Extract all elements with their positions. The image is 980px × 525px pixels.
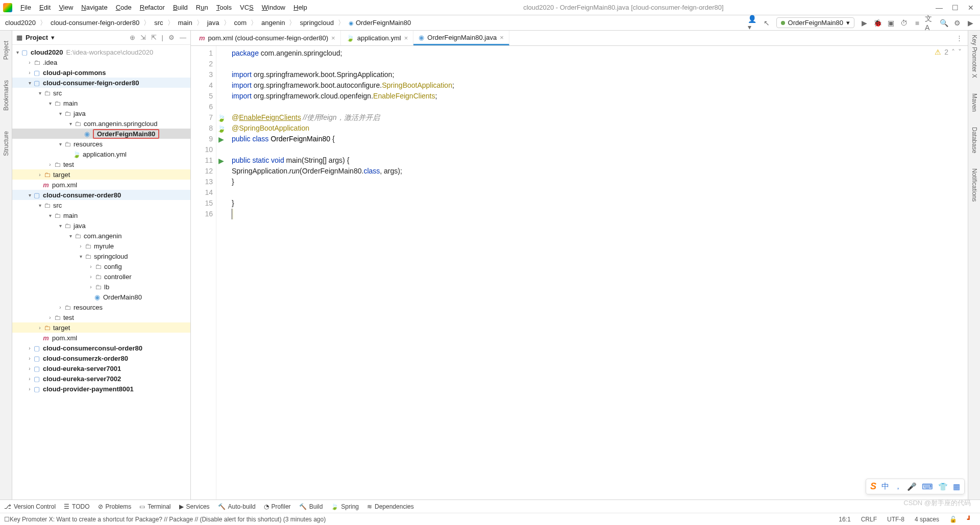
minimize-button[interactable]: — [936,4,943,12]
project-tree[interactable]: ▾▢cloud2020E:\idea-workspace\cloud2020 ›… [12,45,190,499]
tw-services[interactable]: ▶ Services [179,503,210,510]
collapse-icon[interactable]: ⇱ [151,34,157,41]
debug-button[interactable]: 🐞 [872,17,883,29]
tw-todo[interactable]: ☰ TODO [64,503,89,510]
menu-navigate[interactable]: Navigate [77,4,111,11]
ime-lang[interactable]: 中 [881,482,889,491]
crumb[interactable]: src [152,18,165,28]
bookmarks-tool-tab[interactable]: Bookmarks [3,80,10,111]
search-icon[interactable]: 🔍 [938,17,949,29]
status-icon[interactable]: ☐ [4,516,10,523]
caret-position[interactable]: 16:1 [834,516,855,523]
crumb[interactable]: cloud2020 [3,18,38,28]
ime-grid-icon[interactable]: ▦ [953,482,960,491]
crumb[interactable]: springcloud [298,18,336,28]
menu-tools[interactable]: Tools [212,4,236,11]
tw-profiler[interactable]: ◔ Profiler [264,503,291,510]
user-icon[interactable]: 👤▾ [748,17,759,29]
ime-toolbar[interactable]: S 中 ， 🎤 ⌨ 👕 ▦ [866,479,965,494]
play-icon[interactable]: ▶ [965,17,976,29]
menu-build[interactable]: Build [169,4,192,11]
run-config-selector[interactable]: OrderFeignMain80▾ [776,17,854,28]
tree-label: cloud-eureka-server7002 [43,375,121,383]
menu-view[interactable]: View [55,4,77,11]
database-tool-tab[interactable]: Database [971,127,978,153]
code-editor[interactable]: 12345678910111213141516 🍃 🍃 ▶ ▶ package … [191,46,968,499]
crumb[interactable]: angenin [259,18,287,28]
structure-tool-tab[interactable]: Structure [3,131,10,156]
maven-tool-tab[interactable]: Maven [971,93,978,112]
crumb[interactable]: java [205,18,222,28]
tw-problems[interactable]: ⊘ Problems [98,503,132,510]
menu-run[interactable]: Run [192,4,212,11]
menu-window[interactable]: Window [258,4,289,11]
crumb[interactable]: OrderFeignMain80 [347,18,413,28]
readonly-icon[interactable]: 🔓 [944,516,962,523]
tab-more-icon[interactable]: ⋮ [951,34,968,42]
tree-node-selected[interactable]: ◉OrderFeignMain80 [12,129,190,139]
editor-tab[interactable]: 🍃application.yml× [341,31,414,45]
tw-autobuild[interactable]: 🔨 Auto-build [218,503,256,510]
close-tab-icon[interactable]: × [331,34,335,42]
tree-label: OrderMain80 [103,293,142,301]
close-tab-icon[interactable]: × [500,34,504,41]
folder-icon: 🗀 [43,171,51,179]
crumb[interactable]: cloud-consumer-feign-order80 [48,18,141,28]
hide-icon[interactable]: — [180,34,186,41]
ime-keyboard-icon[interactable]: ⌨ [922,482,933,491]
bean-icon[interactable]: 🍃 [217,124,226,133]
maximize-button[interactable]: ☐ [952,4,959,12]
indent-setting[interactable]: 4 spaces [910,516,944,523]
stop-button[interactable]: ■ [912,17,923,29]
menu-edit[interactable]: Edit [35,4,55,11]
tw-build[interactable]: 🔨 Build [299,503,323,510]
coverage-button[interactable]: ▣ [885,17,896,29]
ide-error-icon[interactable]: ┛ [962,516,976,523]
menu-code[interactable]: Code [112,4,136,11]
run-button[interactable]: ▶ [859,17,870,29]
tw-version-control[interactable]: ⎇ Version Control [4,503,56,510]
close-tab-icon[interactable]: × [404,34,408,42]
tw-spring[interactable]: 🍃 Spring [331,503,359,510]
translate-icon[interactable]: 文A [925,17,936,29]
ime-skin-icon[interactable]: 👕 [938,482,948,491]
crumb[interactable]: com [232,18,249,28]
tw-dependencies[interactable]: ≋ Dependencies [367,503,414,510]
chevron-down-icon[interactable]: ▾ [51,34,55,41]
bean-icon[interactable]: 🍃 [217,114,226,122]
settings-icon[interactable]: ⚙ [951,17,963,29]
notifications-tool-tab[interactable]: Notifications [971,168,978,202]
run-gutter-icon[interactable]: ▶ [218,157,224,165]
gear-icon[interactable]: ⚙ [168,34,175,41]
menu-help[interactable]: Help [289,4,311,11]
menu-file[interactable]: File [16,4,35,11]
tree-label: src [53,202,62,209]
menu-refactor[interactable]: Refactor [136,4,169,11]
project-tool-tab[interactable]: Project [3,41,10,60]
package-icon: 🗀 [84,242,92,250]
tree-label: resources [74,304,103,311]
menu-vcs[interactable]: VCS [236,4,258,11]
file-encoding[interactable]: UTF-8 [882,516,910,523]
tree-label: cloud-provider-payment8001 [43,385,134,393]
inspection-badge[interactable]: ⚠2 ˄˅ [935,48,962,56]
crumb[interactable]: main [176,18,194,28]
close-button[interactable]: ✕ [968,4,974,12]
editor-tab[interactable]: mpom.xml (cloud-consumer-feign-order80)× [194,31,341,45]
line-separator[interactable]: CRLF [856,516,882,523]
code-content[interactable]: package com.angenin.springcloud; import … [226,46,968,499]
key-promoter-tool-tab[interactable]: Key Promoter X [971,35,978,78]
chevron-down-icon[interactable]: ˅ [958,48,962,56]
locate-icon[interactable]: ⊕ [130,34,135,41]
profile-button[interactable]: ⏱ [898,17,910,29]
expand-icon[interactable]: ⇲ [140,34,146,41]
folder-icon: 🗀 [63,110,71,117]
ime-mic-icon[interactable]: 🎤 [907,482,917,491]
editor-tab-active[interactable]: ◉OrderFeignMain80.java× [413,31,509,45]
back-icon[interactable]: ↖ [761,17,772,29]
tree-label: cloud2020 [31,48,63,56]
chevron-up-icon[interactable]: ˄ [951,48,955,56]
tw-terminal[interactable]: ▭ Terminal [139,503,170,510]
ime-punct-icon[interactable]: ， [894,482,902,491]
run-gutter-icon[interactable]: ▶ [218,135,224,143]
